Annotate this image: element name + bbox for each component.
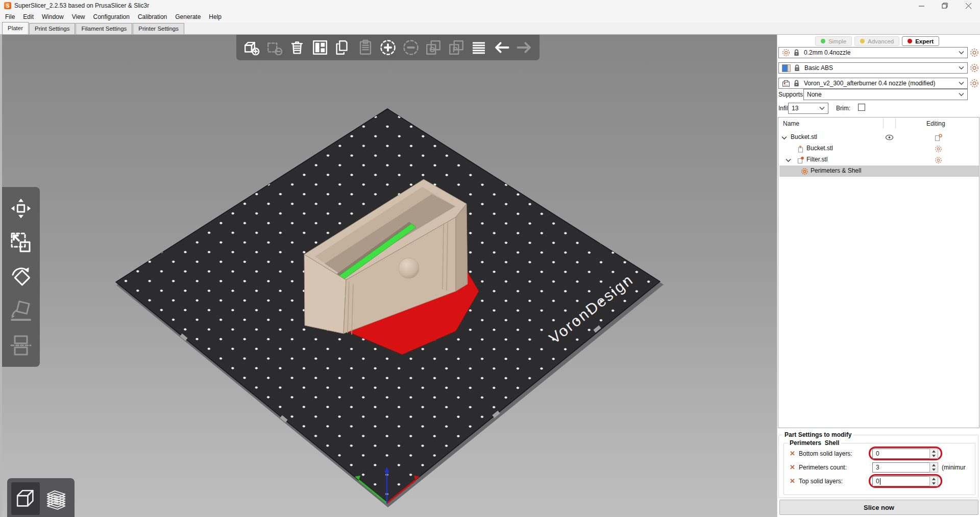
perimeters-count-hint: (minimur (942, 464, 979, 471)
object-settings-icon[interactable] (935, 134, 942, 142)
layer-editing-button[interactable] (469, 37, 489, 58)
spin-down-icon[interactable] (932, 482, 936, 485)
plater-toolbar: O P (236, 35, 540, 60)
part-row-bucket[interactable]: Bucket.stl (779, 143, 979, 154)
spin-down-icon[interactable] (932, 455, 936, 457)
split-to-objects-button[interactable]: O (423, 37, 444, 58)
gear-icon[interactable] (935, 145, 942, 153)
bottom-solid-layers-spinner[interactable] (929, 449, 938, 459)
perimeters-shell-title: Perimeters Shell (788, 439, 841, 447)
printer-preset-combo[interactable]: Voron_v2_300_afterburner 0.4 nozzle (mod… (778, 78, 968, 89)
redo-button[interactable] (514, 37, 534, 58)
settings-row-perimeters-shell[interactable]: Perimeters & Shell (779, 166, 979, 177)
menu-file[interactable]: File (1, 12, 19, 22)
remove-setting-x-icon[interactable]: ✕ (790, 463, 795, 471)
menu-view[interactable]: View (68, 12, 89, 22)
filament-preset-combo[interactable]: Basic ABS (778, 62, 968, 74)
menu-configuration[interactable]: Configuration (89, 12, 134, 22)
3d-scene[interactable]: VoronDesign (0, 35, 777, 517)
split-to-parts-button[interactable]: P (446, 37, 467, 58)
tab-printer-settings[interactable]: Printer Settings (133, 23, 184, 34)
part-row-filter[interactable]: Filter.stl (779, 154, 979, 166)
mode-expert-button[interactable]: Expert (902, 36, 939, 46)
gear-icon[interactable] (935, 156, 942, 164)
perimeters-count-spinner[interactable] (929, 462, 938, 473)
slice-now-button[interactable]: Slice now (779, 500, 978, 515)
bottom-solid-layers-label: Bottom solid layers: (799, 450, 852, 457)
bottom-solid-layers-input[interactable]: 0 (872, 449, 929, 459)
delete-object-button[interactable] (264, 37, 285, 58)
tab-plater[interactable]: Plater (2, 22, 29, 34)
advanced-mode-dot-icon (860, 39, 865, 43)
delete-all-button[interactable] (287, 37, 307, 58)
infill-combo[interactable]: 13 (788, 103, 828, 114)
print-settings-gear-icon[interactable] (970, 48, 979, 57)
menu-window[interactable]: Window (38, 12, 68, 22)
cut-tool-button[interactable] (7, 331, 35, 360)
spin-up-icon[interactable] (932, 478, 936, 480)
preview-view-button[interactable] (42, 482, 70, 515)
supports-combo[interactable]: None (803, 89, 968, 100)
remove-setting-x-icon[interactable]: ✕ (790, 450, 795, 457)
spin-up-icon[interactable] (932, 450, 936, 453)
printer-gear-icon[interactable] (970, 79, 979, 88)
expander-chevron-icon[interactable] (786, 158, 791, 162)
brim-label: Brim: (836, 105, 850, 112)
perimeters-count-label: Perimeters count: (799, 464, 847, 471)
mode-simple-button[interactable]: Simple (815, 36, 852, 46)
rotate-tool-button[interactable] (7, 263, 35, 291)
text-cursor (880, 478, 880, 485)
title-bar: S SuperSlicer_2.2.53 based on PrusaSlice… (0, 0, 980, 11)
place-on-face-tool-button[interactable] (7, 297, 35, 325)
restore-button[interactable] (933, 0, 957, 11)
mode-advanced-button[interactable]: Advanced (854, 36, 899, 46)
perimeters-count-input[interactable]: 3 (872, 462, 929, 473)
expander-chevron-icon[interactable] (781, 136, 787, 140)
paste-button[interactable] (355, 37, 376, 58)
minimize-button[interactable] (910, 0, 933, 11)
part-settings-title: Part Settings to modify (782, 431, 853, 438)
arrange-button[interactable] (310, 37, 330, 58)
add-instance-button[interactable] (378, 37, 398, 58)
chevron-down-icon (959, 81, 964, 85)
tab-print-settings[interactable]: Print Settings (29, 23, 75, 34)
menu-generate[interactable]: Generate (171, 12, 205, 22)
eye-icon[interactable] (885, 134, 894, 140)
copy-button[interactable] (332, 37, 353, 58)
brim-checkbox[interactable] (858, 104, 865, 111)
view-mode-switch (7, 478, 75, 517)
add-object-button[interactable] (241, 37, 262, 58)
mode-switcher: Simple Advanced Expert (815, 36, 939, 46)
undo-button[interactable] (492, 37, 512, 58)
chevron-down-icon (959, 92, 964, 97)
top-solid-layers-input[interactable]: 0 (872, 476, 929, 486)
printer-icon (782, 80, 790, 87)
chevron-down-icon (959, 51, 964, 55)
spin-up-icon[interactable] (932, 464, 936, 466)
sidebar: Simple Advanced Expert 0.2mm 0.4nozzle (777, 35, 980, 517)
print-settings-preset-combo[interactable]: 0.2mm 0.4nozzle (778, 47, 968, 58)
filament-gear-icon[interactable] (970, 63, 979, 73)
3d-editor-view-button[interactable] (11, 482, 40, 515)
menu-edit[interactable]: Edit (19, 12, 38, 22)
menu-help[interactable]: Help (205, 12, 226, 22)
close-button[interactable] (957, 0, 980, 11)
remove-instance-button[interactable] (401, 37, 421, 58)
shell-settings-icon (801, 168, 808, 175)
column-header-name: Name (783, 120, 799, 127)
top-solid-layers-spinner[interactable] (929, 476, 938, 486)
tab-bar: Plater Print Settings Filament Settings … (0, 22, 980, 35)
spin-down-icon[interactable] (932, 468, 936, 471)
app-logo-icon: S (4, 2, 11, 9)
remove-setting-x-icon[interactable]: ✕ (790, 477, 795, 485)
object-row-bucket[interactable]: Bucket.stl (779, 132, 979, 143)
menu-calibration[interactable]: Calibration (134, 12, 171, 22)
scale-tool-button[interactable] (7, 228, 35, 257)
move-tool-button[interactable] (7, 194, 35, 223)
superslicer-window: S SuperSlicer_2.2.53 based on PrusaSlice… (0, 0, 980, 517)
window-title: SuperSlicer_2.2.53 based on PrusaSlicer … (14, 2, 149, 9)
chevron-down-icon (959, 66, 964, 70)
3d-viewport[interactable]: VoronDesign (0, 35, 777, 517)
tab-filament-settings[interactable]: Filament Settings (76, 23, 132, 34)
print-settings-icon (782, 49, 790, 57)
